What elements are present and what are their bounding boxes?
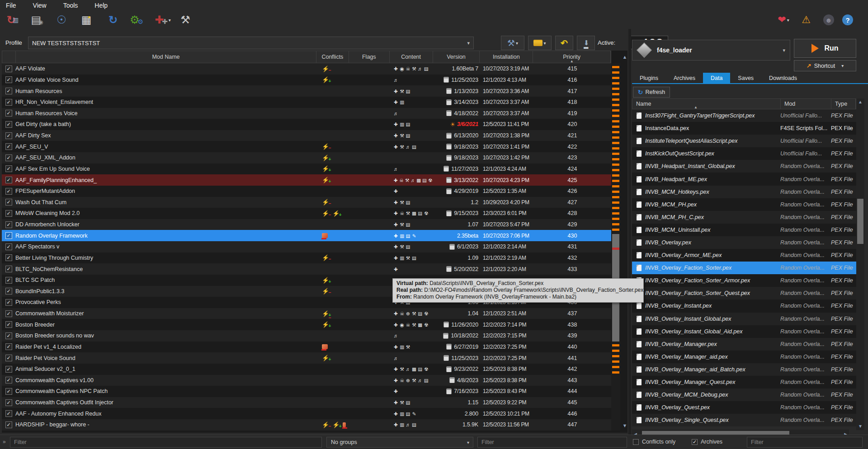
open-folder-button[interactable]: ▾ <box>528 36 552 50</box>
mod-row[interactable]: ✓Wash Out That Cum⚡–✚⚒▤1.210/29/2023 4:2… <box>2 197 611 208</box>
file-row[interactable]: INVB_Overlay_Manager_aid_Batch.pexRandom… <box>632 363 856 376</box>
file-row[interactable]: INVB_Overlay_Instant_Global_Aid.pexRando… <box>632 325 856 338</box>
file-row[interactable]: INVB_MCM_Hotkeys.pexRandom Overla...PEX … <box>632 186 856 198</box>
mod-checkbox[interactable]: ✓ <box>2 164 15 175</box>
file-row[interactable]: InstituteTeleportQuestAliasScript.pexUno… <box>632 135 856 147</box>
file-row[interactable]: INVB_Overlay_MCM_Debug.pexRandom Overla.… <box>632 388 856 401</box>
mod-checkbox[interactable]: ✓ <box>2 352 15 364</box>
mod-checkbox[interactable]: ✓ <box>2 219 15 230</box>
mod-checkbox[interactable]: ✓ <box>2 308 15 319</box>
mod-row[interactable]: ✓Raider Pet Voice Sound⚡+♬11/25/202312/2… <box>2 352 611 364</box>
mod-row[interactable]: ✓AAF Violate⚡–✚◉☠⚒♬▤1.60Beta 710/27/2023… <box>2 63 611 75</box>
tab-saves[interactable]: Saves <box>730 73 761 83</box>
wrench-screwdriver-icon[interactable]: ⚒ <box>176 12 194 28</box>
mod-checkbox[interactable]: ✓ <box>2 174 15 186</box>
profile-combobox[interactable]: NEW TESTSTSTSTSTST ▾ <box>28 37 474 49</box>
mod-checkbox[interactable]: ✓ <box>2 386 15 397</box>
plugins-puzzle-icon[interactable]: ✚✚▾ <box>151 12 175 28</box>
column-header-conflicts[interactable]: Conflicts <box>316 51 349 63</box>
mod-checkbox[interactable]: ✓ <box>2 341 15 353</box>
tab-data[interactable]: Data <box>703 73 730 83</box>
file-row[interactable]: INVB_Overlay_Faction_Sorter.pexRandom Ov… <box>632 262 856 274</box>
data-filter-input[interactable] <box>747 437 863 448</box>
file-row[interactable]: INVB_Headpart_Instant_Global.pexRandom O… <box>632 160 856 173</box>
file-row[interactable]: InstKickOutQuestScript.pexUnofficial Fal… <box>632 147 856 160</box>
file-row[interactable]: INVB_Headpart_ME.pexRandom Overla...PEX … <box>632 173 856 185</box>
file-row[interactable]: INVB_Overlay_Armor_ME.pexRandom Overla..… <box>632 249 856 262</box>
mod-checkbox[interactable]: ✓ <box>2 253 15 264</box>
refresh-button[interactable]: ↻ Refresh <box>633 87 670 98</box>
mod-checkbox[interactable]: ✓ <box>2 130 15 141</box>
file-row[interactable]: INVB_Overlay_Manager.pexRandom Overla...… <box>632 338 856 351</box>
file-row[interactable]: INVB_Overlay_Single_Quest.pexRandom Over… <box>632 414 856 426</box>
mod-row[interactable]: ✓Boston Breeder sounds no wav♬10/18/2022… <box>2 330 611 341</box>
endorse-heart-icon[interactable]: ❤▾ <box>776 13 791 27</box>
file-row[interactable]: INVB_Overlay_Faction_Sorter_Quest.pexRan… <box>632 287 856 299</box>
column-header-priority[interactable]: Priority▲ <box>533 51 611 63</box>
mod-checkbox[interactable]: ✓ <box>2 197 15 208</box>
mod-row[interactable]: ✓FPESuperMutantAddon✚4/29/201912/5/2023 … <box>2 186 611 197</box>
list-tools-button[interactable]: ⚒▾ <box>501 36 524 50</box>
mod-row[interactable]: ✓Get Dirty (take a bath)✚▥▤☀3/6/202112/5… <box>2 119 611 130</box>
mod-row[interactable]: ✓AAF Spectators v✚⚒▤6/1/202312/1/2023 2:… <box>2 241 611 253</box>
mod-checkbox[interactable]: ✓ <box>2 275 15 286</box>
mod-checkbox[interactable]: ✓ <box>2 319 15 330</box>
file-row[interactable]: INVB_Overlay_Manager_aid.pexRandom Overl… <box>632 351 856 363</box>
executable-combobox[interactable]: f4se_loader ▾ <box>632 40 790 61</box>
mod-row[interactable]: ✓Animal Seducer v2_0_1✚⚒♬▩▤☢9/23/202212/… <box>2 364 611 375</box>
column-header-checkbox[interactable] <box>2 51 16 63</box>
mod-row[interactable]: ✓HARDSHIP - beggar- whore -⚡–⚡+✚▥♬▤1.5.9… <box>2 419 611 430</box>
mod-checkbox[interactable]: ✓ <box>2 364 15 375</box>
file-row[interactable]: INVB_Overlay_Instant_Global.pexRandom Ov… <box>632 313 856 325</box>
notification-warning-icon[interactable]: ⚠ <box>798 13 814 27</box>
mod-checkbox[interactable]: ✓ <box>2 297 15 308</box>
file-row[interactable]: INVB_Overlay_Faction_Sorter_Armor.pexRan… <box>632 274 856 287</box>
mod-row[interactable]: ✓AAF Dirty Sex✚⚒▤6/13/202010/27/2023 1:3… <box>2 130 611 141</box>
archives-checkbox[interactable]: ✓ Archives <box>692 439 722 445</box>
mod-row[interactable]: ✓AAF Sex Em Up Sound Voice⚡+♬11/27/20231… <box>2 164 611 175</box>
mod-row[interactable]: ✓Commonwealth Captives NPC Patch✚7/16/20… <box>2 386 611 397</box>
pane-divider[interactable] <box>628 29 631 449</box>
scrollbar-thumb[interactable] <box>857 199 863 244</box>
file-row[interactable]: InstanceData.pexF4SE Scripts Fol...PEX F… <box>632 122 856 135</box>
mod-checkbox[interactable]: ✓ <box>2 97 15 108</box>
notebook-docs-icon[interactable]: ▤◉ <box>28 12 46 28</box>
mod-checkbox[interactable]: ✓ <box>2 152 15 164</box>
file-row[interactable]: INVB_MCM_PH_C.pexRandom Overla...PEX Fil… <box>632 211 856 224</box>
column-header-mod-name[interactable]: Mod Name <box>16 51 316 63</box>
mod-row[interactable]: ✓Commonwealth Moisturizer⚡+–✚☠⊕⚒▤☢1.0412… <box>2 308 611 319</box>
tab-downloads[interactable]: Downloads <box>761 73 805 83</box>
file-row[interactable]: INVB_Overlay_Instant.pexRandom Overla...… <box>632 299 856 312</box>
mod-checkbox[interactable]: ✓ <box>2 397 15 408</box>
column-header-name[interactable]: Name▲ <box>632 99 781 109</box>
mod-row[interactable]: ✓HR_Non_Violent_Enslavement✚▥3/14/202310… <box>2 97 611 108</box>
mod-row[interactable]: ✓DD Armorbench Unlocker✚⚒▤1.0710/27/2023… <box>2 219 611 230</box>
user-icon[interactable]: ☻ <box>821 13 836 27</box>
mod-row[interactable]: ✓Boston Breeder⚡+✚◉☠⚒▩☢11/26/202012/2/20… <box>2 319 611 330</box>
mod-checkbox[interactable]: ✓ <box>2 108 15 119</box>
mod-row[interactable]: ✓AAF - Autonomy Enhanced Redux✚▥▤✎2.8001… <box>2 408 611 419</box>
menu-view[interactable]: View <box>27 2 57 9</box>
mod-row[interactable]: ✓AAF_SEU_V⚡–✚⚒♬▤9/18/202310/27/2023 1:41… <box>2 141 611 152</box>
mod-checkbox[interactable]: ✓ <box>2 141 15 152</box>
file-row[interactable]: INVB_Overlay_Manager_Quest.pexRandom Ove… <box>632 376 856 388</box>
mod-row[interactable]: ✓Commonwealth Captives v1.00✚☠⊕⚒♬▤4/8/20… <box>2 375 611 386</box>
column-header-flags[interactable]: Flags <box>349 51 390 63</box>
mod-row[interactable]: ✓Random Overlay Framework✚▥▤✎2.35beta10/… <box>2 230 611 241</box>
help-icon[interactable]: ? <box>840 13 855 27</box>
refresh-icon[interactable]: ↻ <box>104 12 122 28</box>
browse-nexus-globe-icon[interactable]: ☉ <box>52 12 71 28</box>
tab-plugins[interactable]: Plugins <box>632 73 666 83</box>
mod-checkbox[interactable]: ✓ <box>2 85 15 97</box>
mod-checkbox[interactable]: ✓ <box>2 263 15 275</box>
scroll-down-icon[interactable]: ▼ <box>621 423 628 428</box>
mod-checkbox[interactable]: ✓ <box>2 408 15 419</box>
groups-combobox[interactable]: No groups ▾ <box>326 437 473 448</box>
mod-row[interactable]: ✓AAF_SEU_XML_Addon⚡+9/18/202310/27/2023 … <box>2 152 611 164</box>
mod-checkbox[interactable]: ✓ <box>2 75 15 86</box>
mod-row[interactable]: ✓Commonwealth Captives Outfit Injector✚⚒… <box>2 397 611 408</box>
column-header-type[interactable]: Type <box>831 99 856 109</box>
scroll-up-icon[interactable]: ▲ <box>621 54 628 60</box>
mod-row[interactable]: ✓Better Living Through Cumistry⚡–✚▥⚒▤1.0… <box>2 253 611 264</box>
filter-expander-icon[interactable]: » <box>3 439 6 445</box>
